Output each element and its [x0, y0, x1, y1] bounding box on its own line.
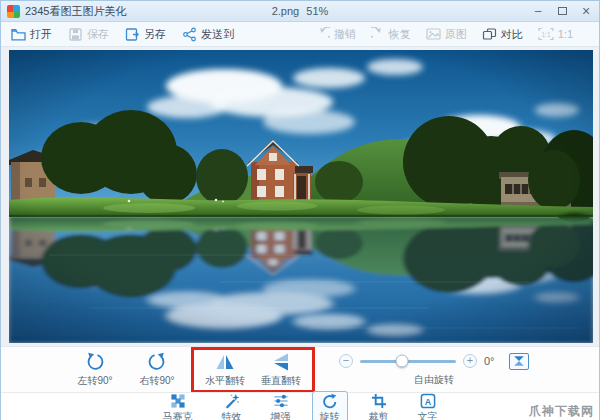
tab-crop[interactable]: 裁剪	[361, 391, 397, 420]
svg-text:1:1: 1:1	[541, 31, 550, 38]
rotate-left-icon	[85, 352, 105, 372]
send-to-icon	[182, 27, 197, 42]
adjust-sliders-icon	[273, 393, 289, 409]
tab-effects[interactable]: 特效	[214, 391, 250, 420]
mosaic-icon	[170, 393, 186, 409]
crop-icon	[371, 393, 387, 409]
flip-vertical-icon	[271, 352, 291, 372]
tab-mosaic[interactable]: 马赛克	[155, 391, 201, 420]
app-window: 2345看图王图片美化 2.png 51% – × 打开 保存	[0, 0, 600, 420]
toolbar: 打开 保存 另存 发送到	[1, 22, 599, 47]
original-image-icon	[426, 27, 441, 41]
rotate-minus-button[interactable]: −	[339, 354, 353, 368]
maximize-button[interactable]	[555, 5, 569, 17]
tab-enhance[interactable]: 增强	[263, 391, 299, 420]
flip-vertical-button[interactable]: 垂直翻转	[257, 352, 305, 388]
rotation-angle-value: 0°	[484, 355, 502, 367]
app-title: 2345看图王图片美化	[25, 4, 126, 19]
redo-icon	[371, 27, 385, 41]
rotate-tab-icon	[322, 393, 338, 409]
magic-wand-icon	[224, 393, 240, 409]
original-image-button[interactable]: 原图	[426, 27, 467, 42]
flip-horizontal-icon	[215, 352, 235, 372]
titlebar: 2345看图王图片美化 2.png 51% – ×	[1, 1, 599, 22]
filename: 2.png	[272, 5, 300, 17]
maximize-icon	[558, 7, 567, 15]
tab-text[interactable]: A 文字	[410, 391, 446, 420]
save-button[interactable]: 保存	[68, 27, 109, 42]
close-button[interactable]: ×	[579, 5, 593, 17]
tab-rotate[interactable]: 旋转	[312, 391, 348, 420]
rotate-slider-handle[interactable]	[396, 355, 409, 368]
bottom-tabbar: 马赛克 特效 增强 旋转	[1, 392, 599, 420]
rotate-left-button[interactable]: 左转90°	[71, 352, 119, 388]
zoom-level: 51%	[306, 5, 328, 17]
one-to-one-button[interactable]: 1:1 1:1	[538, 27, 573, 42]
rotate-reset-button[interactable]	[509, 353, 529, 370]
compare-button[interactable]: 对比	[482, 27, 523, 42]
free-rotate-label: 自由旋转	[414, 373, 454, 387]
rotate-panel: 左转90° 右转90° 水平翻转	[1, 347, 599, 392]
redo-button[interactable]: 恢复	[371, 27, 411, 42]
minimize-button[interactable]: –	[531, 5, 545, 17]
one-to-one-icon: 1:1	[538, 27, 554, 41]
reset-icon	[513, 355, 525, 367]
save-as-icon	[125, 27, 140, 42]
undo-button[interactable]: 撤销	[316, 27, 356, 42]
rotate-slider-track[interactable]	[360, 360, 456, 363]
flip-button-group: 水平翻转 垂直翻转	[195, 352, 311, 388]
open-button[interactable]: 打开	[11, 27, 52, 42]
open-folder-icon	[11, 27, 26, 42]
rotate-plus-button[interactable]: +	[463, 354, 477, 368]
svg-text:A: A	[424, 396, 431, 406]
image-canvas	[1, 47, 599, 347]
compare-icon	[482, 27, 497, 41]
save-as-button[interactable]: 另存	[125, 27, 166, 42]
watermark: 爪神下载网	[529, 403, 594, 420]
text-icon: A	[420, 393, 436, 409]
rotate-right-button[interactable]: 右转90°	[133, 352, 181, 388]
app-logo-icon	[7, 5, 20, 18]
rotate-right-icon	[147, 352, 167, 372]
undo-icon	[316, 27, 330, 41]
free-rotate-group: − + 0° 自由旋转	[339, 353, 529, 387]
save-icon	[68, 27, 83, 42]
photo-image	[9, 50, 593, 343]
send-to-button[interactable]: 发送到	[182, 27, 234, 42]
flip-horizontal-button[interactable]: 水平翻转	[201, 352, 249, 388]
